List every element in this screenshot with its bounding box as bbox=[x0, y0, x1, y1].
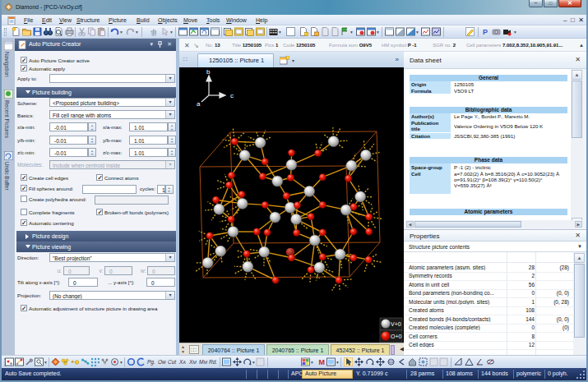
svg-text:O+0: O+0 bbox=[391, 334, 402, 339]
svg-text:P: P bbox=[483, 28, 488, 36]
svg-text:M: M bbox=[319, 358, 326, 366]
svg-text:c: c bbox=[230, 92, 234, 99]
svg-text:a: a bbox=[197, 100, 201, 108]
svg-text:b: b bbox=[206, 68, 211, 76]
svg-text:+: + bbox=[71, 358, 75, 366]
svg-text:V+0: V+0 bbox=[391, 321, 401, 327]
